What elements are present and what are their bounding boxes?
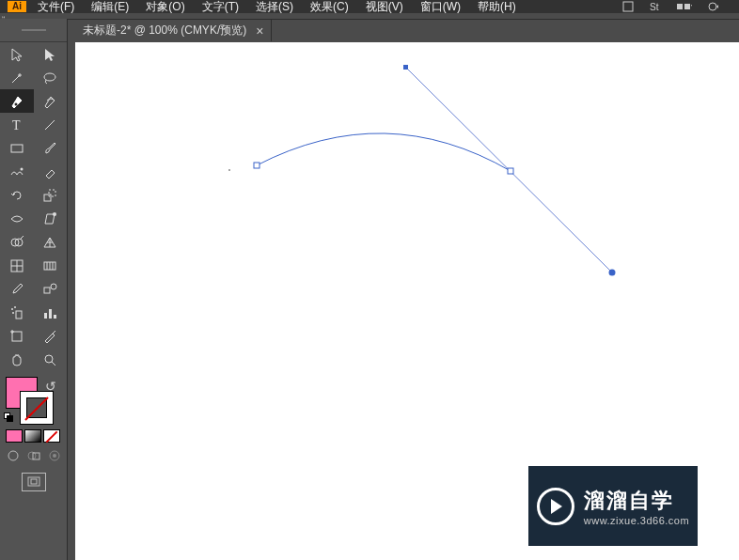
svg-rect-33 [12,332,22,341]
document-tab-title: 未标题-2* @ 100% (CMYK/预览) [83,23,246,39]
curvature-tool[interactable] [34,89,68,113]
eraser-tool[interactable] [34,160,68,183]
svg-rect-32 [54,315,56,319]
toolbox: T [0,19,68,560]
stray-dot [228,169,230,171]
screen-mode-row [0,465,67,491]
svg-point-37 [45,355,53,363]
document-tabs: 未标题-2* @ 100% (CMYK/预览) × [75,19,272,42]
swap-fill-stroke-icon[interactable]: ↺ [45,379,56,394]
screen-mode-button[interactable] [22,473,46,491]
svg-point-25 [51,284,56,289]
type-tool[interactable]: T [0,113,34,136]
svg-point-43 [53,454,56,458]
svg-line-36 [53,331,55,334]
default-fill-stroke-icon[interactable] [4,412,13,422]
rectangle-tool[interactable] [0,136,34,160]
layout-icon[interactable]: ▾ [677,0,692,13]
eyedropper-tool[interactable] [0,277,34,301]
svg-point-27 [11,308,13,310]
svg-rect-10 [11,145,23,152]
menu-object[interactable]: 对象(O) [144,0,186,15]
svg-point-14 [53,212,56,216]
svg-rect-3 [684,4,690,9]
shape-builder-tool[interactable] [0,230,34,254]
svg-rect-0 [623,2,633,11]
stroke-swatch[interactable] [21,392,53,424]
svg-rect-13 [49,190,55,196]
scale-tool[interactable] [34,183,68,207]
svg-rect-24 [44,288,50,293]
symbol-sprayer-tool[interactable] [0,301,34,324]
column-graph-tool[interactable] [34,301,68,324]
width-tool[interactable] [0,207,34,230]
grip-icon [22,29,46,31]
document-tab[interactable]: 未标题-2* @ 100% (CMYK/预览) × [75,20,272,41]
svg-rect-12 [44,194,51,201]
menu-effect[interactable]: 效果(C) [308,0,351,15]
mesh-tool[interactable] [0,254,34,277]
handle-point[interactable] [403,65,408,70]
anchor-point[interactable] [508,168,513,174]
menu-view[interactable]: 视图(V) [364,0,405,15]
svg-text:T: T [12,118,21,132]
menu-file[interactable]: 文件(F) [36,0,76,15]
lasso-tool[interactable] [34,66,68,89]
rotate-tool[interactable] [0,183,34,207]
toolbox-grip[interactable] [0,19,67,42]
hand-tool[interactable] [0,348,34,371]
color-none-button[interactable] [43,429,60,443]
close-tab-icon[interactable]: × [256,25,263,37]
paintbrush-tool[interactable] [34,136,68,160]
handle-point[interactable] [609,270,616,276]
svg-rect-30 [44,313,47,319]
watermark: 溜溜自学 www.zixue.3d66.com [528,466,698,546]
line-tool[interactable] [34,113,68,136]
zoom-tool[interactable] [34,348,68,371]
watermark-url: www.zixue.3d66.com [584,515,689,526]
perspective-tool[interactable] [34,230,68,254]
color-mode-row [0,428,67,446]
svg-rect-31 [49,309,52,319]
watermark-title: 溜溜自学 [584,487,689,515]
pen-tool[interactable] [0,89,34,113]
play-icon [537,488,574,525]
svg-point-7 [14,102,17,105]
svg-rect-44 [28,477,39,486]
gradient-tool[interactable] [34,254,68,277]
svg-text:St: St [650,2,659,12]
menu-type[interactable]: 文字(T) [200,0,241,15]
svg-line-9 [45,120,55,130]
blend-tool[interactable] [34,277,68,301]
svg-point-11 [20,167,23,170]
menu-help[interactable]: 帮助(H) [476,0,518,15]
doc-icon[interactable] [621,0,636,13]
anchor-point[interactable] [254,163,259,168]
menubar-right-icons: St ▾ [621,0,739,13]
svg-point-39 [8,451,18,460]
menu-select[interactable]: 选择(S) [254,0,295,15]
menu-edit[interactable]: 编辑(E) [89,0,131,15]
free-transform-tool[interactable] [34,207,68,230]
svg-point-6 [44,73,55,81]
color-solid-button[interactable] [6,429,23,443]
bezier-path[interactable] [257,133,511,171]
menu-window[interactable]: 窗口(W) [418,0,463,15]
color-gradient-button[interactable] [24,429,41,443]
direct-selection-tool[interactable] [34,42,68,66]
draw-normal-icon[interactable] [6,448,21,463]
refresh-icon[interactable] [705,0,720,13]
selection-tool[interactable] [0,42,34,66]
tool-grid: T [0,42,67,371]
slice-tool[interactable] [34,324,68,348]
menu-bar: Ai 文件(F) 编辑(E) 对象(O) 文字(T) 选择(S) 效果(C) 视… [0,0,739,13]
shaper-tool[interactable] [0,160,34,183]
magic-wand-tool[interactable] [0,66,34,89]
svg-rect-2 [677,4,683,9]
sf-icon[interactable]: St [649,0,664,13]
draw-inside-icon[interactable] [47,448,62,463]
svg-rect-45 [31,479,37,484]
svg-text:▾: ▾ [691,2,692,10]
draw-behind-icon[interactable] [26,448,41,463]
artboard-tool[interactable] [0,324,34,348]
